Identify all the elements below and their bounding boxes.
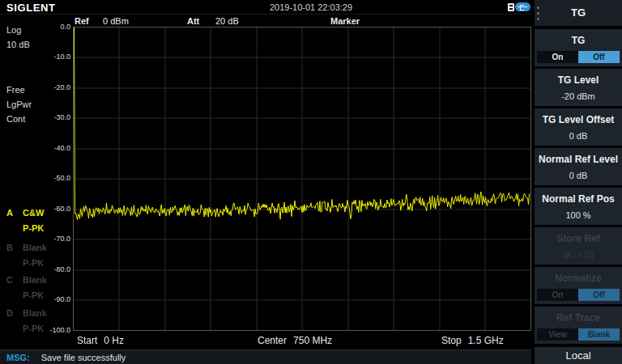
trigger-annotation: Free (6, 85, 25, 95)
stop-value: 1.5 GHz (468, 335, 504, 346)
trace-letter: B (6, 243, 13, 252)
softkey-normal-ref-pos[interactable]: Normal Ref Pos100 % (535, 188, 622, 225)
softkey-title: Normal Ref Pos (535, 188, 622, 205)
stop-label: Stop (441, 335, 462, 346)
trigger-annotation: LgPwr (6, 99, 32, 109)
softkey-title: Normalize (535, 267, 622, 284)
toggle-option-off[interactable]: Off (578, 51, 620, 63)
trace-mode: Blank (23, 240, 47, 256)
usb-status-indicator (508, 2, 530, 11)
softkey-title: TG Level Offset (535, 108, 622, 125)
menu-title: TG (571, 6, 586, 19)
menu-header: TG (535, 0, 622, 26)
toggle-option-view: View (537, 328, 578, 341)
trace-mode: Blank (23, 306, 47, 321)
softkey-value: -20 dBm (535, 91, 622, 101)
trace-detector: P-PK (23, 321, 44, 336)
trace-c-status: CBlankP-PK (6, 273, 13, 288)
attenuation-value: 20 dB (215, 16, 239, 26)
softkey-value: 100 % (535, 210, 622, 220)
softkey-ref-trace: Ref TraceViewBlank (535, 307, 622, 344)
amplitude-annotation: 10 dB (6, 40, 30, 49)
local-button[interactable]: Local (535, 347, 622, 364)
y-tick-label: -40.0 (36, 144, 70, 152)
softkey-title: Store Ref (535, 227, 622, 244)
softkey-tg[interactable]: TGOnOff (535, 29, 622, 66)
y-tick-label: -20.0 (36, 83, 70, 91)
trace-detector: P-PK (23, 256, 44, 271)
stop-frequency: Stop1.5 GHz (441, 335, 504, 346)
start-label: Start (77, 335, 97, 346)
y-tick-label: -30.0 (36, 113, 70, 121)
softkey-menu: TG TGOnOffTG Level-20 dBmTG Level Offset… (531, 0, 622, 364)
softkey-value: (A -> D) (535, 250, 622, 260)
trace-b-status: BBlankP-PK (6, 240, 13, 256)
amplitude-annotation: Log (6, 25, 21, 35)
msg-label: MSG: (6, 353, 30, 362)
softkey-store-ref: Store Ref(A -> D) (535, 227, 622, 265)
start-frequency: Start0 Hz (77, 335, 124, 346)
ref-level-label: Ref (75, 16, 89, 26)
y-tick-label: -10.0 (36, 53, 70, 61)
spectrum-analyzer-screen: SIGLENT 2019-10-01 22:03:29 Ref 0 dBm At… (0, 0, 622, 364)
softkey-title: Normal Ref Level (535, 148, 622, 165)
marker-column-label: Marker (330, 16, 360, 26)
trace-detector: P-PK (23, 221, 44, 236)
softkey-title: TG (535, 29, 622, 46)
softkey-normalize: NormalizeOnOff (535, 267, 622, 304)
msg-text: Save file successfully (41, 353, 126, 362)
trace-d-status: DBlankP-PK (6, 306, 13, 321)
center-label: Center (258, 335, 287, 346)
attenuation-label: Att (187, 16, 199, 26)
softkey-tg-level[interactable]: TG Level-20 dBm (535, 69, 622, 106)
softkey-title: Ref Trace (535, 307, 622, 324)
status-message-bar: MSG: Save file successfully (0, 349, 531, 364)
center-frequency: Center750 MHz (258, 335, 332, 346)
softkey-value: 0 dB (535, 131, 622, 141)
softkey-title: TG Level (535, 69, 622, 86)
toggle-option-off: Off (578, 289, 620, 301)
trace-mode: Blank (23, 273, 47, 288)
trace-a-status: AC&WP-PK (6, 205, 13, 221)
softkey-toggle: ViewBlank (537, 328, 620, 341)
ref-level-value: 0 dBm (103, 16, 129, 26)
trace-letter: A (6, 208, 13, 218)
menu-grip-dots-icon (537, 6, 539, 20)
spectrum-plot (73, 27, 531, 331)
trigger-annotation: Cont (6, 114, 25, 124)
trace-mode: C&W (23, 205, 44, 221)
y-tick-label: 0.0 (36, 23, 70, 31)
trace-letter: C (6, 275, 13, 285)
trace-detector: P-PK (23, 288, 44, 303)
toggle-option-on: On (537, 289, 578, 301)
toggle-option-on[interactable]: On (537, 51, 578, 63)
softkey-tg-level-offset[interactable]: TG Level Offset0 dB (535, 108, 622, 146)
softkey-toggle: OnOff (537, 289, 620, 301)
softkey-value: 0 dB (535, 171, 622, 180)
center-value: 750 MHz (293, 335, 332, 346)
trace-letter: D (6, 308, 13, 318)
softkey-normal-ref-level[interactable]: Normal Ref Level0 dB (535, 148, 622, 185)
toggle-option-blank: Blank (578, 328, 620, 341)
softkey-toggle: OnOff (537, 51, 620, 63)
start-value: 0 Hz (104, 335, 124, 346)
y-tick-label: -50.0 (36, 174, 70, 182)
memory-device-icon (508, 3, 514, 11)
usb-icon (515, 2, 530, 11)
